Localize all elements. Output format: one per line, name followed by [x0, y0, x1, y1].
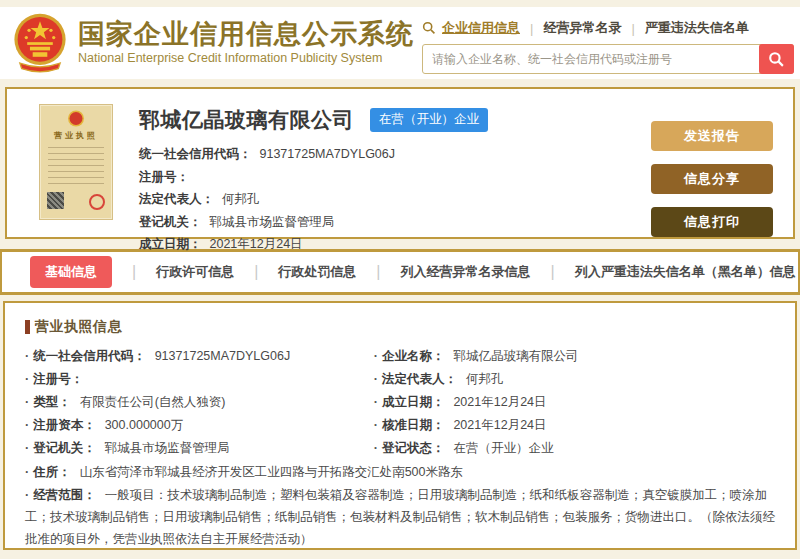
field-credit-code: ·统一社会信用代码：91371725MA7DYLG06J [25, 345, 374, 368]
tab-admin-license[interactable]: 行政许可信息 [156, 263, 234, 281]
section-tabbar: 基础信息 | 行政许可信息 | 行政处罚信息 | 列入经营异常名录信息 | 列入… [0, 249, 800, 295]
tab-divider: | [376, 263, 380, 281]
search-button[interactable] [759, 44, 794, 74]
license-text-lines [48, 147, 104, 187]
company-summary-card: 营业执照 郓城亿晶玻璃有限公司 在营（开业）企业 统一社会信用代码：913717… [5, 87, 795, 239]
tab-abnormal-list[interactable]: 列入经营异常名录信息 [400, 263, 530, 281]
send-report-button[interactable]: 发送报告 [651, 121, 773, 151]
site-header: 国家企业信用信息公示系统 National Enterprise Credit … [0, 7, 800, 79]
national-emblem-logo [10, 12, 70, 76]
tab-basic-info[interactable]: 基础信息 [30, 256, 112, 288]
card-field-reg-number: 注册号： [139, 166, 643, 189]
site-title: 国家企业信用信息公示系统 [78, 19, 414, 49]
field-company-name: ·企业名称：郓城亿晶玻璃有限公司 [374, 345, 775, 368]
field-approval-date: ·核准日期：2021年12月24日 [374, 414, 775, 437]
nav-enterprise-credit[interactable]: 企业信用信息 [442, 19, 520, 37]
section-title: 营业执照信息 [35, 318, 122, 336]
tab-divider: | [550, 263, 554, 281]
license-thumb-title: 营业执照 [40, 130, 112, 141]
search-button-icon [768, 51, 785, 68]
field-business-scope: ·经营范围：一般项目：技术玻璃制品制造；塑料包装箱及容器制造；日用玻璃制品制造；… [25, 484, 775, 550]
section-title-bar [25, 320, 30, 334]
company-name: 郓城亿晶玻璃有限公司 [139, 106, 354, 134]
field-establish-date: ·成立日期：2021年12月24日 [374, 391, 775, 414]
license-emblem-icon [70, 112, 83, 125]
print-info-button[interactable]: 信息打印 [651, 207, 773, 237]
status-badge: 在营（开业）企业 [370, 108, 488, 132]
tab-divider: | [254, 263, 258, 281]
license-info-panel: 营业执照信息 ·统一社会信用代码：91371725MA7DYLG06J ·注册号… [3, 301, 797, 550]
tab-blacklist[interactable]: 列入严重违法失信名单（黑名单）信息 [575, 263, 796, 281]
field-address: ·住所：山东省菏泽市郓城县经济开发区工业四路与开拓路交汇处南500米路东 [25, 461, 775, 483]
search-icon [422, 21, 436, 35]
nav-divider: | [530, 21, 533, 36]
site-title-block: 国家企业信用信息公示系统 National Enterprise Credit … [78, 11, 414, 65]
nav-serious-violation[interactable]: 严重违法失信名单 [645, 19, 749, 37]
field-registered-capital: ·注册资本：300.000000万 [25, 414, 374, 437]
site-subtitle: National Enterprise Credit Information P… [78, 51, 414, 65]
nav-abnormal-operations[interactable]: 经营异常名录 [543, 19, 621, 37]
field-reg-number: ·注册号： [25, 368, 374, 391]
license-red-seal-icon [89, 194, 105, 210]
tab-admin-penalty[interactable]: 行政处罚信息 [278, 263, 356, 281]
search-type-nav: 企业信用信息 | 经营异常名录 | 严重违法失信名单 [422, 19, 794, 37]
nav-divider: | [631, 21, 634, 36]
card-field-legal-rep: 法定代表人：何邦孔 [139, 188, 643, 211]
field-registry-authority: ·登记机关：郓城县市场监督管理局 [25, 437, 374, 460]
license-qr-code [47, 192, 64, 209]
tab-divider: | [132, 263, 136, 281]
field-legal-representative: ·法定代表人：何邦孔 [374, 368, 775, 391]
share-info-button[interactable]: 信息分享 [651, 164, 773, 194]
field-company-type: ·类型：有限责任公司(自然人独资) [25, 391, 374, 414]
card-field-established: 成立日期：2021年12月24日 [139, 233, 643, 256]
field-registration-status: ·登记状态：在营（开业）企业 [374, 437, 775, 460]
card-field-credit-code: 统一社会信用代码：91371725MA7DYLG06J [139, 143, 643, 166]
business-license-thumbnail[interactable]: 营业执照 [39, 104, 113, 220]
search-input[interactable] [422, 44, 794, 74]
card-field-registry: 登记机关：郓城县市场监督管理局 [139, 211, 643, 234]
